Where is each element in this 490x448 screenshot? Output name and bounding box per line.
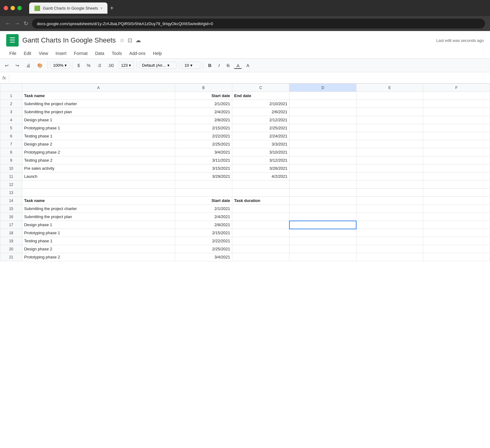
new-tab-button[interactable]: +: [110, 5, 114, 12]
cell-12-c[interactable]: [232, 181, 289, 189]
cell-20-d[interactable]: [289, 245, 356, 253]
bold-button[interactable]: B: [206, 61, 214, 69]
menu-file[interactable]: File: [6, 50, 20, 57]
cell-3-c[interactable]: 2/6/2021: [232, 108, 289, 116]
cell-2-e[interactable]: [356, 100, 423, 108]
cell-2-d[interactable]: [289, 100, 356, 108]
cell-2-c[interactable]: 2/10/2021: [232, 100, 289, 108]
row-number-7[interactable]: 7: [0, 140, 22, 148]
cell-16-e[interactable]: [356, 213, 423, 221]
cell-19-b[interactable]: 2/22/2021: [175, 237, 232, 245]
cell-8-e[interactable]: [356, 148, 423, 156]
cell-19-e[interactable]: [356, 237, 423, 245]
cell-3-a[interactable]: Submitting the project plan: [22, 108, 175, 116]
cell-1-e[interactable]: [356, 92, 423, 100]
cell-5-e[interactable]: [356, 124, 423, 132]
cell-2-f[interactable]: [423, 100, 490, 108]
cell-6-d[interactable]: [289, 132, 356, 140]
cell-14-a[interactable]: Task name: [22, 197, 175, 205]
cell-20-b[interactable]: 2/25/2021: [175, 245, 232, 253]
strikethrough-button[interactable]: S: [224, 61, 232, 69]
row-number-2[interactable]: 2: [0, 100, 22, 108]
cell-9-e[interactable]: [356, 156, 423, 164]
cell-8-a[interactable]: Prototyping phase 2: [22, 148, 175, 156]
cell-15-c[interactable]: [232, 205, 289, 213]
row-number-14[interactable]: 14: [0, 197, 22, 205]
cell-1-f[interactable]: [423, 92, 490, 100]
cell-18-c[interactable]: [232, 229, 289, 237]
cell-6-b[interactable]: 2/22/2021: [175, 132, 232, 140]
cell-9-b[interactable]: 3/11/2021: [175, 156, 232, 164]
col-header-b[interactable]: B: [175, 84, 232, 92]
menu-edit[interactable]: Edit: [21, 50, 34, 57]
redo-button[interactable]: ↪: [13, 62, 22, 69]
cloud-icon[interactable]: ☁: [135, 37, 141, 44]
cell-15-e[interactable]: [356, 205, 423, 213]
cell-14-b[interactable]: Start date: [175, 197, 232, 205]
row-number-16[interactable]: 16: [0, 213, 22, 221]
cell-15-d[interactable]: [289, 205, 356, 213]
cell-11-c[interactable]: 4/2/2021: [232, 172, 289, 181]
cell-19-c[interactable]: [232, 237, 289, 245]
tab-close-button[interactable]: ×: [101, 6, 102, 10]
row-number-20[interactable]: 20: [0, 245, 22, 253]
cell-15-f[interactable]: [423, 205, 490, 213]
col-header-d[interactable]: D: [289, 84, 356, 92]
cell-16-a[interactable]: Submitting the project plan: [22, 213, 175, 221]
row-number-18[interactable]: 18: [0, 229, 22, 237]
cell-21-f[interactable]: [423, 253, 490, 261]
row-number-9[interactable]: 9: [0, 156, 22, 164]
cell-1-c[interactable]: End date: [232, 92, 289, 100]
row-number-6[interactable]: 6: [0, 132, 22, 140]
cell-14-f[interactable]: [423, 197, 490, 205]
menu-help[interactable]: Help: [150, 50, 165, 57]
underline-button[interactable]: A: [234, 62, 242, 69]
refresh-button[interactable]: ↻: [24, 20, 28, 27]
cell-4-a[interactable]: Design phase 1: [22, 116, 175, 124]
row-number-15[interactable]: 15: [0, 205, 22, 213]
cell-9-f[interactable]: [423, 156, 490, 164]
fill-color-button[interactable]: A: [244, 62, 252, 69]
font-selector[interactable]: Default (Ari… ▾: [139, 62, 176, 69]
cell-7-c[interactable]: 3/3/2021: [232, 140, 289, 148]
cell-2-a[interactable]: Submitting the project charter: [22, 100, 175, 108]
cell-8-f[interactable]: [423, 148, 490, 156]
percent-button[interactable]: %: [84, 62, 93, 69]
row-number-21[interactable]: 21: [0, 253, 22, 261]
cell-21-a[interactable]: Prototyping phase 2: [22, 253, 175, 261]
cell-18-b[interactable]: 2/15/2021: [175, 229, 232, 237]
row-number-19[interactable]: 19: [0, 237, 22, 245]
drive-icon[interactable]: ⊡: [128, 37, 132, 44]
cell-17-c[interactable]: [232, 221, 289, 229]
cell-12-e[interactable]: [356, 181, 423, 189]
cell-14-e[interactable]: [356, 197, 423, 205]
cell-5-d[interactable]: [289, 124, 356, 132]
cell-21-e[interactable]: [356, 253, 423, 261]
browser-tab[interactable]: 🟩 Gantt Charts In Google Sheets ×: [29, 2, 107, 14]
cell-6-c[interactable]: 2/24/2021: [232, 132, 289, 140]
cell-7-a[interactable]: Design phase 2: [22, 140, 175, 148]
sheet-area[interactable]: A B C D E F 1Task nameStart dateEnd date…: [0, 83, 490, 261]
cell-12-f[interactable]: [423, 181, 490, 189]
italic-button[interactable]: I: [216, 61, 222, 69]
cell-10-c[interactable]: 3/26/2021: [232, 164, 289, 172]
cell-18-e[interactable]: [356, 229, 423, 237]
currency-button[interactable]: $: [75, 62, 82, 69]
row-number-10[interactable]: 10: [0, 164, 22, 172]
cell-14-c[interactable]: Task duration: [232, 197, 289, 205]
cell-3-f[interactable]: [423, 108, 490, 116]
cell-10-d[interactable]: [289, 164, 356, 172]
row-number-8[interactable]: 8: [0, 148, 22, 156]
col-header-f[interactable]: F: [423, 84, 490, 92]
cell-11-b[interactable]: 3/29/2021: [175, 172, 232, 181]
cell-19-d[interactable]: [289, 237, 356, 245]
cell-13-b[interactable]: [175, 189, 232, 197]
cell-11-a[interactable]: Launch: [22, 172, 175, 181]
cell-7-e[interactable]: [356, 140, 423, 148]
cell-18-f[interactable]: [423, 229, 490, 237]
cell-16-c[interactable]: [232, 213, 289, 221]
menu-view[interactable]: View: [36, 50, 51, 57]
cell-12-a[interactable]: [22, 181, 175, 189]
star-icon[interactable]: ☆: [120, 37, 125, 44]
row-number-12[interactable]: 12: [0, 181, 22, 189]
